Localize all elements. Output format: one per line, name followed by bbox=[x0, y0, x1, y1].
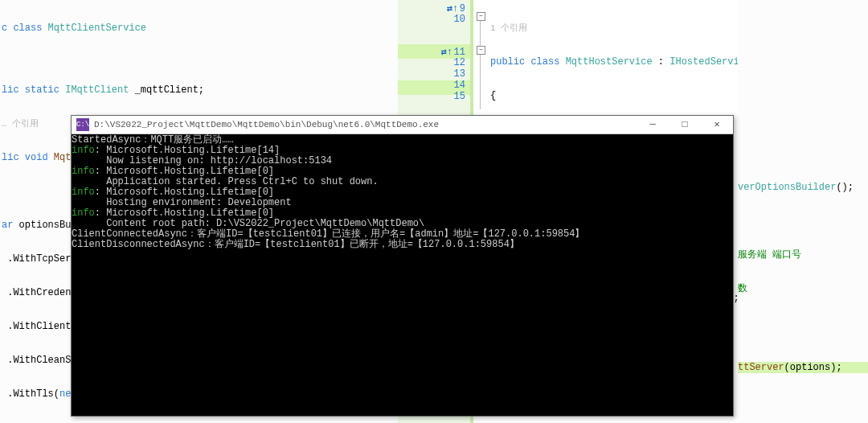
close-button[interactable]: ✕ bbox=[701, 116, 733, 133]
line-number: 14 bbox=[454, 80, 465, 91]
log-text: : Microsoft.Hosting.Lifetime[14] bbox=[95, 145, 280, 156]
log-text: : Microsoft.Hosting.Lifetime[0] bbox=[95, 187, 274, 198]
code-text: 服务端 端口号 bbox=[738, 249, 801, 261]
console-titlebar[interactable]: C:\ D:\VS2022_Project\MqttDemo\MqttDemo\… bbox=[72, 116, 733, 134]
line-number: 11 bbox=[454, 47, 465, 58]
code-text: : bbox=[653, 56, 670, 68]
code-text: 数 bbox=[738, 283, 747, 294]
line-number: 9 bbox=[460, 3, 465, 14]
code-text: IMqttClient bbox=[65, 84, 129, 96]
fold-toggle-icon[interactable]: – bbox=[477, 46, 485, 55]
console-app-icon: C:\ bbox=[76, 118, 89, 131]
code-text: ttServer bbox=[738, 362, 784, 373]
code-text: lic static bbox=[2, 84, 65, 96]
log-level: info bbox=[72, 187, 95, 198]
line-number: 15 bbox=[454, 91, 465, 102]
code-text: (options); bbox=[784, 362, 842, 373]
console-output[interactable]: StartedAsync：MQTT服务已启动……info: Microsoft.… bbox=[72, 133, 733, 416]
log-level: info bbox=[72, 166, 95, 177]
line-number: 10 bbox=[454, 14, 465, 25]
code-text: .WithTls( bbox=[2, 388, 59, 400]
code-text: public class bbox=[490, 56, 566, 68]
code-text: _mqttClient; bbox=[129, 84, 204, 96]
code-text: { bbox=[490, 90, 496, 101]
diff-arrow-icon: ⇄↑ bbox=[447, 2, 460, 14]
right-overflow-pane: verOptionsBuilder(); 服务端 端口号 数 ttServer(… bbox=[738, 0, 868, 423]
code-text: ar bbox=[2, 220, 13, 231]
console-window[interactable]: C:\ D:\VS2022_Project\MqttDemo\MqttDemo\… bbox=[71, 115, 734, 417]
log-level: info bbox=[72, 207, 95, 219]
codelens-ref[interactable]: 1 个引用 bbox=[490, 23, 527, 33]
code-text: (); bbox=[836, 182, 854, 193]
code-text: MqttHostService bbox=[566, 56, 653, 68]
maximize-button[interactable]: □ bbox=[669, 116, 701, 133]
code-text: lic void bbox=[2, 152, 54, 163]
log-text: : Microsoft.Hosting.Lifetime[0] bbox=[95, 166, 274, 177]
minimize-button[interactable]: — bbox=[637, 116, 669, 133]
code-text: MqttClientService bbox=[48, 23, 146, 34]
fold-toggle-icon[interactable]: – bbox=[477, 12, 485, 21]
log-text: : Microsoft.Hosting.Lifetime[0] bbox=[95, 207, 274, 219]
log-text: ClientDisconnectedAsync：客户端ID=【testclien… bbox=[72, 240, 733, 250]
console-title: D:\VS2022_Project\MqttDemo\MqttDemo\bin\… bbox=[94, 120, 439, 129]
code-text: c class bbox=[2, 23, 48, 34]
line-number: 13 bbox=[454, 68, 465, 80]
codelens-ref[interactable]: … 个引用 bbox=[2, 119, 39, 129]
log-level: info bbox=[72, 145, 95, 156]
code-text: verOptionsBuilder bbox=[738, 182, 836, 193]
diff-arrow-icon: ⇄↑ bbox=[441, 46, 454, 58]
line-number: 12 bbox=[454, 57, 465, 68]
